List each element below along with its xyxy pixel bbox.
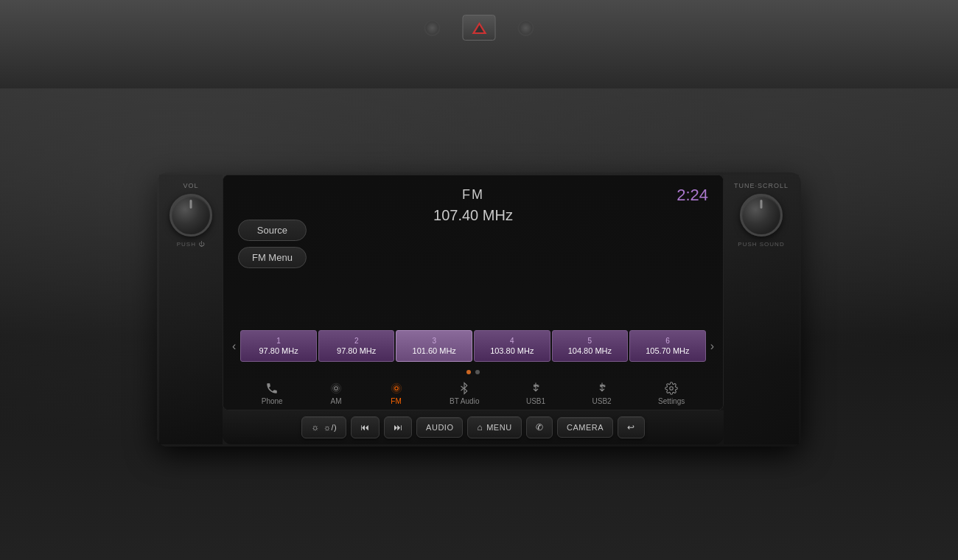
unit-row: VOL PUSH ⏻ FM 2:24 bbox=[159, 175, 799, 444]
left-controls: Source FM Menu bbox=[238, 220, 307, 268]
presets-area: ‹ 1 97.80 MHz 2 97.80 MHz bbox=[223, 330, 723, 362]
fm-menu-button[interactable]: FM Menu bbox=[238, 247, 307, 268]
bt-audio-icon bbox=[458, 382, 471, 395]
vol-knob-section: VOL PUSH ⏻ bbox=[159, 175, 223, 444]
brightness-icon: ☼ bbox=[311, 422, 320, 433]
nav-settings-label: Settings bbox=[658, 397, 685, 405]
next-button[interactable]: ⏭ bbox=[384, 416, 413, 438]
frequency-display: 107.40 MHz bbox=[238, 207, 708, 224]
preset-1-num: 1 bbox=[244, 337, 313, 345]
preset-1-freq: 97.80 MHz bbox=[244, 346, 313, 355]
call-icon: ✆ bbox=[536, 422, 544, 433]
head-unit: VOL PUSH ⏻ FM 2:24 bbox=[157, 172, 801, 447]
dots-indicator bbox=[466, 370, 480, 374]
nav-phone[interactable]: Phone bbox=[262, 382, 283, 405]
preset-prev-arrow[interactable]: ‹ bbox=[229, 340, 239, 353]
usb2-icon bbox=[595, 382, 609, 395]
next-icon: ⏭ bbox=[394, 422, 403, 433]
hazard-button[interactable] bbox=[463, 15, 496, 41]
settings-icon bbox=[665, 382, 678, 395]
camera-button[interactable]: CAMERA bbox=[557, 417, 613, 438]
menu-button[interactable]: ⌂ MENU bbox=[467, 416, 521, 438]
menu-label: MENU bbox=[486, 423, 511, 432]
nav-usb1[interactable]: USB1 bbox=[526, 382, 545, 405]
preset-3-freq: 101.60 MHz bbox=[399, 346, 469, 355]
tune-knob-section: TUNE·SCROLL PUSH SOUND bbox=[724, 175, 799, 444]
brightness-label: ☼/) bbox=[324, 423, 337, 432]
preset-5[interactable]: 5 104.80 MHz bbox=[552, 330, 629, 362]
nav-usb1-label: USB1 bbox=[526, 397, 545, 405]
nav-usb2-label: USB2 bbox=[592, 397, 612, 405]
push-label[interactable]: PUSH ⏻ bbox=[177, 241, 205, 248]
preset-4-num: 4 bbox=[478, 337, 547, 345]
preset-2-freq: 97.80 MHz bbox=[322, 346, 391, 355]
svg-point-6 bbox=[670, 387, 674, 391]
nav-fm-label: FM bbox=[391, 397, 401, 405]
nav-am-label: AM bbox=[331, 397, 342, 405]
car-interior: © DUBICARS.com VOL PUSH ⏻ bbox=[0, 0, 958, 560]
screen-content: FM 2:24 107.40 MHz Source FM Menu bbox=[223, 175, 723, 410]
prev-button[interactable]: ⏮ bbox=[351, 416, 380, 438]
presets-grid: 1 97.80 MHz 2 97.80 MHz 3 bbox=[240, 330, 705, 362]
presets-container: ‹ 1 97.80 MHz 2 97.80 MHz bbox=[229, 330, 717, 362]
preset-5-freq: 104.80 MHz bbox=[556, 346, 625, 355]
audio-label: AUDIO bbox=[426, 423, 453, 432]
screen-section: FM 2:24 107.40 MHz Source FM Menu bbox=[223, 175, 724, 444]
tune-knob[interactable] bbox=[740, 194, 783, 237]
vol-knob[interactable] bbox=[169, 194, 212, 237]
usb1-icon bbox=[529, 382, 542, 395]
preset-3[interactable]: 3 101.60 MHz bbox=[396, 330, 472, 362]
camera-label: CAMERA bbox=[567, 423, 604, 432]
fm-icon bbox=[390, 382, 403, 395]
nav-am[interactable]: AM bbox=[329, 382, 343, 405]
dot-2 bbox=[475, 370, 480, 374]
tune-label: TUNE·SCROLL bbox=[734, 182, 789, 189]
nav-bt-label: BT Audio bbox=[450, 397, 479, 405]
prev-icon: ⏮ bbox=[360, 422, 370, 433]
nav-settings[interactable]: Settings bbox=[658, 382, 685, 405]
preset-1[interactable]: 1 97.80 MHz bbox=[240, 330, 317, 362]
hazard-area bbox=[424, 15, 534, 41]
am-icon bbox=[329, 382, 343, 395]
screen-header: FM 2:24 bbox=[238, 187, 708, 203]
preset-2[interactable]: 2 97.80 MHz bbox=[318, 330, 395, 362]
nav-phone-label: Phone bbox=[262, 397, 283, 405]
main-screen[interactable]: FM 2:24 107.40 MHz Source FM Menu bbox=[223, 175, 724, 410]
call-button[interactable]: ✆ bbox=[526, 416, 553, 438]
nav-usb2[interactable]: USB2 bbox=[592, 382, 612, 405]
svg-point-1 bbox=[333, 385, 340, 392]
audio-button[interactable]: AUDIO bbox=[416, 417, 463, 438]
nav-fm[interactable]: FM bbox=[390, 382, 403, 405]
source-button[interactable]: Source bbox=[238, 220, 307, 241]
fm-title: FM bbox=[238, 187, 708, 203]
preset-2-num: 2 bbox=[322, 337, 391, 345]
preset-6-num: 6 bbox=[633, 337, 702, 345]
back-button[interactable]: ↩ bbox=[618, 416, 645, 438]
home-icon: ⌂ bbox=[477, 422, 483, 433]
brightness-button[interactable]: ☼ ☼/) bbox=[301, 416, 346, 438]
preset-3-num: 3 bbox=[399, 337, 469, 345]
vol-label: VOL bbox=[183, 182, 198, 189]
time-display: 2:24 bbox=[676, 186, 708, 205]
top-dashboard bbox=[0, 0, 958, 88]
svg-point-4 bbox=[393, 385, 399, 392]
dot-1 bbox=[466, 370, 471, 374]
svg-point-0 bbox=[335, 387, 338, 391]
push-sound-label[interactable]: PUSH SOUND bbox=[738, 241, 784, 248]
vent-knob-right bbox=[518, 20, 534, 36]
nav-bt-audio[interactable]: BT Audio bbox=[450, 382, 479, 405]
preset-5-num: 5 bbox=[556, 337, 625, 345]
bottom-nav: Phone AM bbox=[223, 382, 723, 405]
preset-next-arrow[interactable]: › bbox=[707, 340, 717, 353]
preset-6-freq: 105.70 MHz bbox=[633, 346, 702, 355]
back-icon: ↩ bbox=[627, 422, 635, 433]
hazard-icon bbox=[472, 22, 486, 34]
phone-icon bbox=[265, 382, 279, 395]
preset-6[interactable]: 6 105.70 MHz bbox=[629, 330, 706, 362]
svg-point-3 bbox=[394, 387, 398, 391]
vent-knob-left bbox=[424, 20, 441, 36]
physical-buttons: ☼ ☼/) ⏮ ⏭ AUDIO ⌂ MENU bbox=[223, 410, 724, 444]
preset-4-freq: 103.80 MHz bbox=[478, 346, 547, 355]
preset-4[interactable]: 4 103.80 MHz bbox=[474, 330, 550, 362]
